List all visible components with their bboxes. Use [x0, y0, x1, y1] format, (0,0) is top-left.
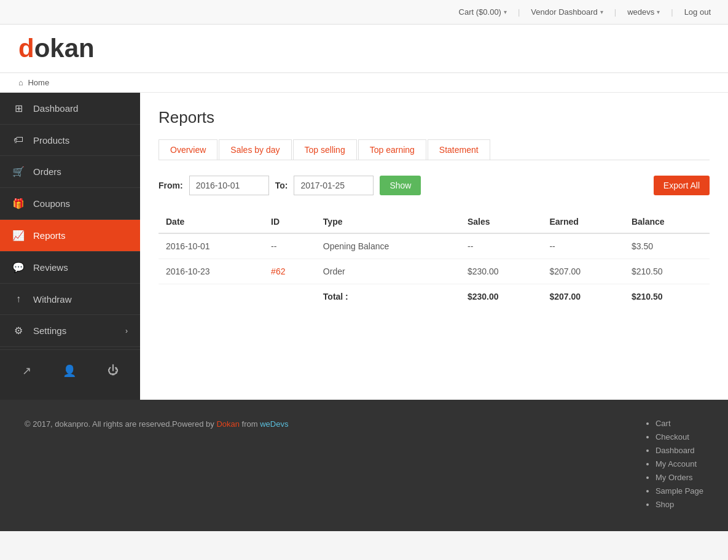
dokan-link[interactable]: Dokan — [216, 419, 240, 429]
user-profile-icon[interactable]: 👤 — [55, 359, 84, 383]
site-footer: © 2017, dokanpro. All rights are reserve… — [0, 400, 728, 531]
cell-balance: $3.50 — [624, 233, 710, 259]
to-date-input[interactable] — [294, 176, 374, 195]
user-chevron: ▾ — [657, 9, 660, 15]
sidebar-bottom: ↗ 👤 ⏻ — [0, 349, 140, 392]
export-all-button[interactable]: Export All — [654, 176, 710, 195]
col-balance: Balance — [624, 211, 710, 233]
main-layout: ⊞ Dashboard 🏷 Products 🛒 Orders 🎁 Coupon… — [0, 93, 728, 400]
from-date-input[interactable] — [189, 176, 269, 195]
breadcrumb-home-link[interactable]: Home — [28, 78, 49, 87]
sidebar-item-label-orders: Orders — [33, 166, 61, 177]
home-icon: ⌂ — [18, 78, 23, 87]
external-link-icon[interactable]: ↗ — [15, 359, 39, 383]
logo-d: d — [18, 34, 34, 63]
settings-chevron-icon: › — [125, 327, 128, 335]
sidebar-item-orders[interactable]: 🛒 Orders — [0, 156, 140, 188]
tab-overview[interactable]: Overview — [159, 139, 217, 160]
footer-link-myaccount[interactable]: My Account — [656, 459, 697, 469]
top-bar: Cart ($0.00) ▾ | Vendor Dashboard ▾ | we… — [0, 0, 728, 25]
cart-label: Cart ($0.00) — [459, 7, 501, 17]
tab-top-earning[interactable]: Top earning — [358, 139, 426, 160]
cart-chevron: ▾ — [504, 9, 507, 15]
cell-type: Opening Balance — [316, 233, 460, 259]
settings-icon: ⚙ — [12, 325, 25, 336]
sidebar-item-settings[interactable]: ⚙ Settings › — [0, 315, 140, 347]
footer-link-shop[interactable]: Shop — [656, 500, 674, 509]
sidebar-item-label-reports: Reports — [33, 230, 66, 241]
footer-copyright: © 2017, dokanpro. All rights are reserve… — [25, 418, 288, 431]
sidebar-item-reviews[interactable]: 💬 Reviews — [0, 252, 140, 284]
total-sales: $230.00 — [460, 284, 542, 309]
sidebar-item-reports[interactable]: 📈 Reports — [0, 220, 140, 252]
reviews-icon: 💬 — [12, 262, 25, 273]
from-label: From: — [159, 181, 183, 190]
footer-nav-item: Checkout — [656, 432, 703, 441]
footer-link-cart[interactable]: Cart — [656, 419, 671, 428]
sidebar-item-products[interactable]: 🏷 Products — [0, 125, 140, 156]
footer-link-checkout[interactable]: Checkout — [656, 432, 689, 441]
breadcrumb: ⌂ Home — [0, 73, 728, 93]
table-row: 2016-10-01 -- Opening Balance -- -- $3.5… — [159, 233, 710, 259]
sidebar-item-withdraw[interactable]: ↑ Withdraw — [0, 284, 140, 315]
sidebar-item-label-products: Products — [33, 135, 69, 146]
sidebar-item-coupons[interactable]: 🎁 Coupons — [0, 188, 140, 220]
sidebar: ⊞ Dashboard 🏷 Products 🛒 Orders 🎁 Coupon… — [0, 93, 140, 400]
cell-type: Order — [316, 259, 460, 284]
show-button[interactable]: Show — [380, 176, 421, 195]
divider1: | — [518, 7, 520, 17]
logo-rest: okan — [34, 34, 95, 63]
cell-date: 2016-10-23 — [159, 259, 264, 284]
table-header-row: Date ID Type Sales Earned Balance — [159, 211, 710, 233]
cell-earned: -- — [542, 233, 624, 259]
vendor-dashboard-button[interactable]: Vendor Dashboard ▾ — [526, 5, 608, 19]
footer-nav-item: Dashboard — [656, 445, 703, 455]
footer-nav: Cart Checkout Dashboard My Account My Or… — [643, 418, 703, 513]
cell-date: 2016-10-01 — [159, 233, 264, 259]
logout-button[interactable]: Log out — [679, 5, 716, 19]
user-menu-button[interactable]: wedevs ▾ — [622, 5, 665, 19]
report-table: Date ID Type Sales Earned Balance 2016-1… — [159, 211, 710, 309]
tab-sales-by-day[interactable]: Sales by day — [219, 139, 291, 160]
footer-link-myorders[interactable]: My Orders — [656, 473, 693, 482]
cart-button[interactable]: Cart ($0.00) ▾ — [454, 5, 512, 19]
power-icon[interactable]: ⏻ — [100, 359, 126, 383]
col-id: ID — [264, 211, 316, 233]
vendor-dashboard-label: Vendor Dashboard — [531, 7, 597, 17]
table-total-row: Total : $230.00 $207.00 $210.50 — [159, 284, 710, 309]
total-empty-date — [159, 284, 264, 309]
footer-link-dashboard[interactable]: Dashboard — [656, 446, 695, 455]
tab-top-selling[interactable]: Top selling — [293, 139, 357, 160]
col-sales: Sales — [460, 211, 542, 233]
cell-id-link[interactable]: #62 — [264, 259, 316, 284]
col-type: Type — [316, 211, 460, 233]
site-logo[interactable]: dokan — [18, 34, 710, 63]
footer-nav-item: My Account — [656, 459, 703, 469]
withdraw-icon: ↑ — [12, 294, 25, 305]
col-date: Date — [159, 211, 264, 233]
wedevs-link[interactable]: weDevs — [260, 419, 288, 429]
total-label: Total : — [316, 284, 460, 309]
sidebar-item-label-settings: Settings — [33, 325, 66, 336]
coupons-icon: 🎁 — [12, 198, 25, 209]
total-balance: $210.50 — [624, 284, 710, 309]
sidebar-item-label-reviews: Reviews — [33, 262, 68, 273]
total-earned: $207.00 — [542, 284, 624, 309]
sidebar-item-label-coupons: Coupons — [33, 198, 70, 209]
cell-balance: $210.50 — [624, 259, 710, 284]
to-label: To: — [275, 181, 288, 190]
main-content: Reports Overview Sales by day Top sellin… — [140, 93, 728, 400]
sidebar-item-dashboard[interactable]: ⊞ Dashboard — [0, 93, 140, 125]
table-row: 2016-10-23 #62 Order $230.00 $207.00 $21… — [159, 259, 710, 284]
divider3: | — [671, 7, 673, 17]
orders-icon: 🛒 — [12, 166, 25, 177]
footer-nav-item: Cart — [656, 418, 703, 428]
footer-nav-item: My Orders — [656, 472, 703, 482]
from-text: from — [242, 419, 260, 429]
tab-statement[interactable]: Statement — [428, 139, 490, 160]
cell-sales: $230.00 — [460, 259, 542, 284]
filter-row: From: To: Show Export All — [159, 176, 710, 195]
footer-link-samplepage[interactable]: Sample Page — [656, 486, 703, 496]
reports-icon: 📈 — [12, 230, 25, 241]
col-earned: Earned — [542, 211, 624, 233]
